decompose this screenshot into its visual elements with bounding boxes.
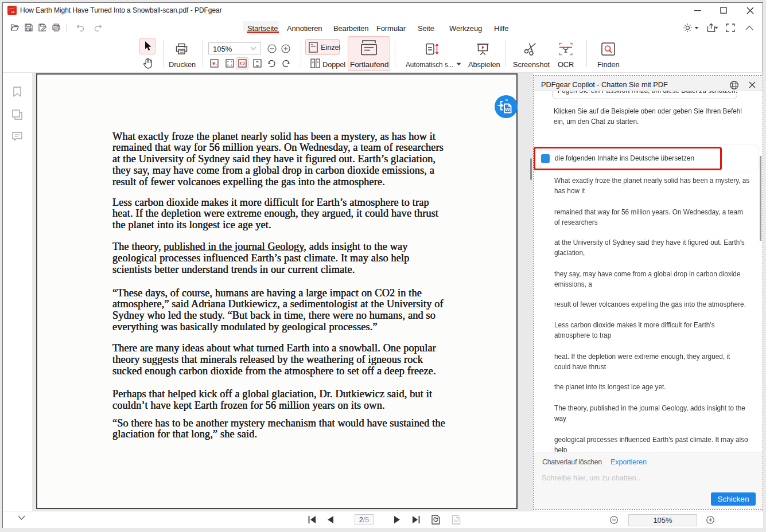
svg-text:W: W [505, 107, 510, 112]
